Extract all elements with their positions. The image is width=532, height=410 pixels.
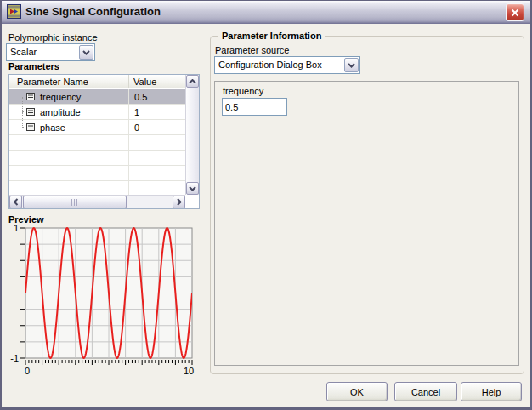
combo-dropdown-button[interactable]	[79, 45, 93, 60]
cancel-button[interactable]: Cancel	[394, 382, 457, 401]
chevron-down-icon	[348, 63, 355, 68]
parameter-source-label: Parameter source	[215, 45, 289, 56]
scroll-left-button[interactable]	[9, 196, 22, 208]
vertical-scrollbar[interactable]	[185, 75, 199, 195]
horizontal-scroll-thumb[interactable]	[23, 196, 127, 208]
svg-text:0: 0	[25, 366, 30, 376]
app-icon	[7, 4, 21, 19]
table-row-empty	[9, 151, 185, 166]
cell-parameter-value: 0	[130, 120, 185, 134]
dialog-window: Sine Signal Configuration Polymorphic in…	[0, 0, 532, 410]
column-header-value[interactable]: Value	[129, 75, 185, 88]
parameter-name-text: phase	[40, 122, 65, 134]
close-icon	[511, 9, 519, 17]
frequency-field-label: frequency	[223, 86, 263, 97]
chevron-left-icon	[14, 198, 19, 206]
polymorphic-instance-combo[interactable]: Scalar	[6, 43, 95, 61]
ok-button[interactable]: OK	[326, 382, 388, 401]
frequency-input[interactable]	[222, 98, 287, 116]
horizontal-scrollbar[interactable]	[9, 195, 185, 208]
chevron-right-icon	[177, 198, 182, 206]
parameter-name-text: frequency	[40, 91, 81, 103]
combo-dropdown-button[interactable]	[344, 58, 359, 72]
table-rows: frequency 0.5 amplitude 1	[9, 89, 185, 195]
parameters-table: Parameter Name Value frequency 0.5	[8, 74, 200, 209]
scroll-up-button[interactable]	[186, 75, 199, 88]
parameters-label: Parameters	[8, 61, 59, 72]
parameter-information-title: Parameter Information	[218, 31, 325, 42]
cell-parameter-name: phase	[9, 120, 129, 134]
chevron-down-icon	[189, 186, 196, 191]
close-button[interactable]	[506, 3, 524, 21]
polymorphic-instance-value: Scalar	[7, 44, 78, 60]
cell-parameter-value: 0.5	[130, 89, 185, 104]
svg-text:-1: -1	[10, 353, 19, 363]
thumb-grip	[71, 199, 79, 206]
help-button[interactable]: Help	[461, 382, 522, 401]
preview-plot: 1-1010	[8, 219, 204, 377]
table-row-frequency[interactable]: frequency 0.5	[9, 89, 185, 105]
polymorphic-instance-label: Polymorphic instance	[8, 32, 98, 43]
chevron-up-icon	[189, 79, 196, 84]
parameter-detail-panel	[214, 81, 519, 366]
cell-parameter-value: 1	[130, 105, 185, 119]
table-row-empty	[9, 166, 185, 181]
parameter-source-value: Configuration Dialog Box	[215, 57, 343, 73]
chevron-down-icon	[82, 50, 90, 55]
table-row-amplitude[interactable]: amplitude 1	[9, 105, 185, 120]
parameter-source-combo[interactable]: Configuration Dialog Box	[214, 56, 360, 74]
scroll-down-button[interactable]	[186, 182, 199, 195]
scroll-right-button[interactable]	[173, 196, 185, 208]
window-title: Sine Signal Configuration	[25, 5, 161, 20]
table-row-empty	[9, 181, 185, 195]
svg-text:10: 10	[184, 366, 194, 376]
title-bar[interactable]: Sine Signal Configuration	[1, 1, 531, 24]
table-row-phase[interactable]: phase 0	[9, 120, 185, 135]
parameter-node-icon	[26, 123, 35, 131]
table-row-empty	[9, 135, 185, 151]
parameter-name-text: amplitude	[40, 106, 81, 118]
table-header[interactable]: Parameter Name Value	[9, 75, 185, 88]
parameter-value-text: 0.5	[134, 91, 147, 103]
parameter-value-text: 0	[134, 122, 139, 134]
parameter-value-text: 1	[134, 106, 139, 118]
svg-text:1: 1	[14, 223, 19, 233]
column-header-parameter-name[interactable]: Parameter Name	[9, 75, 129, 88]
